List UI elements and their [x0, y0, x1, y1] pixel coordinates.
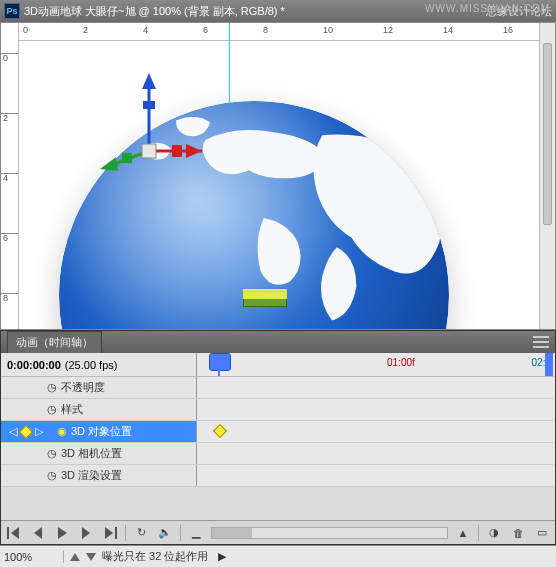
prop-row-3d-render[interactable]: ◷ 3D 渲染设置 — [1, 465, 555, 487]
zoom-out-button[interactable]: ▁ — [187, 525, 205, 541]
next-frame-button[interactable] — [77, 525, 95, 541]
panel-header[interactable]: 动画（时间轴） — [1, 331, 555, 353]
convert-button[interactable]: ▭ — [533, 525, 551, 541]
svg-rect-10 — [122, 153, 132, 163]
prop-label: 3D 对象位置 — [71, 424, 132, 439]
zoom-out-icon[interactable] — [86, 553, 96, 561]
ruler-tick: 16 — [503, 25, 513, 35]
stopwatch-icon[interactable]: ◷ — [47, 381, 57, 394]
scrollbar-vertical[interactable] — [539, 23, 555, 329]
ruler-vertical[interactable]: 0 2 4 6 8 — [1, 23, 19, 329]
prop-row-style[interactable]: ◷ 样式 — [1, 399, 555, 421]
svg-rect-18 — [115, 527, 117, 539]
ruler-tick: 2 — [83, 25, 88, 35]
time-header-row: 0:00:00:00 (25.00 fps) 01:00f 02:0 — [1, 353, 555, 377]
keyframe-icon[interactable] — [213, 424, 227, 438]
svg-rect-7 — [172, 145, 182, 157]
watermark: WWW.MISSYUAN.COM — [425, 3, 550, 14]
stopwatch-icon[interactable]: ◷ — [47, 403, 57, 416]
loop-button[interactable]: ↻ — [132, 525, 150, 541]
prop-row-opacity[interactable]: ◷ 不透明度 — [1, 377, 555, 399]
canvas-area[interactable]: 0 2 4 6 8 0 2 4 6 8 10 12 14 16 — [0, 22, 556, 330]
stopwatch-icon[interactable]: ◉ — [57, 425, 67, 438]
play-button[interactable] — [53, 525, 71, 541]
ruler-tick: 6 — [203, 25, 208, 35]
svg-marker-16 — [82, 527, 90, 539]
prop-label: 不透明度 — [61, 380, 105, 395]
svg-marker-3 — [142, 73, 156, 89]
ruler-tick: 2 — [1, 113, 18, 114]
ruler-tick: 4 — [1, 173, 18, 174]
timeline-zoom-slider[interactable] — [211, 527, 448, 539]
svg-marker-9 — [100, 157, 118, 171]
status-bar: 100% 曝光只在 32 位起作用 ▶ — [0, 545, 556, 567]
ruler-tick: 10 — [323, 25, 333, 35]
ruler-tick: 0 — [1, 53, 18, 54]
chevron-right-icon[interactable]: ▶ — [218, 550, 226, 563]
audio-button[interactable]: 🔈 — [156, 525, 174, 541]
current-time[interactable]: 0:00:00:00 — [7, 359, 61, 371]
document-title: 3D动画地球 大眼仔~旭 @ 100% (背景 副本, RGB/8) * — [24, 4, 285, 19]
prop-label: 3D 相机位置 — [61, 446, 122, 461]
zoom-in-icon[interactable] — [70, 553, 80, 561]
status-hint: 曝光只在 32 位起作用 — [102, 549, 208, 564]
fps-label: (25.00 fps) — [65, 359, 118, 371]
ruler-tick: 8 — [1, 293, 18, 294]
ruler-tick: 8 — [263, 25, 268, 35]
ruler-tick: 14 — [443, 25, 453, 35]
time-ruler[interactable]: 01:00f 02:0 — [197, 353, 555, 376]
panel-menu-icon[interactable] — [533, 336, 549, 348]
onion-skin-button[interactable]: ◑ — [485, 525, 503, 541]
stopwatch-icon[interactable]: ◷ — [47, 447, 57, 460]
svg-marker-13 — [11, 527, 19, 539]
prev-keyframe-icon[interactable]: ◁ — [9, 425, 17, 438]
svg-rect-4 — [143, 101, 155, 109]
prop-row-3d-object-position[interactable]: ◁ ▷ ◉ 3D 对象位置 — [1, 421, 555, 443]
3d-axis-gizmo[interactable] — [94, 71, 204, 181]
stopwatch-icon[interactable]: ◷ — [47, 469, 57, 482]
svg-marker-17 — [105, 527, 113, 539]
playhead[interactable] — [215, 353, 224, 376]
work-area-end[interactable] — [545, 353, 553, 376]
prop-label: 3D 渲染设置 — [61, 468, 122, 483]
zoom-level[interactable]: 100% — [4, 551, 64, 563]
ruler-tick: 6 — [1, 233, 18, 234]
ruler-tick: 12 — [383, 25, 393, 35]
ruler-tick: 0 — [23, 25, 28, 35]
svg-rect-11 — [142, 144, 156, 158]
prop-label: 样式 — [61, 402, 83, 417]
panel-tab[interactable]: 动画（时间轴） — [7, 331, 102, 354]
delete-button[interactable]: 🗑 — [509, 525, 527, 541]
svg-marker-6 — [186, 144, 202, 158]
forward-end-button[interactable] — [101, 525, 119, 541]
rewind-start-button[interactable] — [5, 525, 23, 541]
canvas[interactable]: 0 2 4 6 8 10 12 14 16 — [19, 23, 539, 329]
time-marker: 01:00f — [387, 357, 415, 368]
prop-row-3d-camera-position[interactable]: ◷ 3D 相机位置 — [1, 443, 555, 465]
ruler-horizontal[interactable]: 0 2 4 6 8 10 12 14 16 — [19, 23, 539, 41]
app-icon: Ps — [4, 3, 20, 19]
zoom-in-button[interactable]: ▲ — [454, 525, 472, 541]
svg-marker-14 — [34, 527, 42, 539]
next-keyframe-icon[interactable]: ▷ — [35, 425, 43, 438]
timeline-controls: ↻ 🔈 ▁ ▲ ◑ 🗑 ▭ — [1, 520, 555, 544]
svg-rect-12 — [7, 527, 9, 539]
keyframe-toggle-icon[interactable] — [19, 424, 33, 438]
svg-marker-15 — [58, 527, 67, 539]
selection-marker[interactable] — [243, 291, 287, 311]
animation-timeline-panel: 动画（时间轴） 0:00:00:00 (25.00 fps) 01:00f 02… — [0, 330, 556, 545]
ruler-tick: 4 — [143, 25, 148, 35]
prev-frame-button[interactable] — [29, 525, 47, 541]
